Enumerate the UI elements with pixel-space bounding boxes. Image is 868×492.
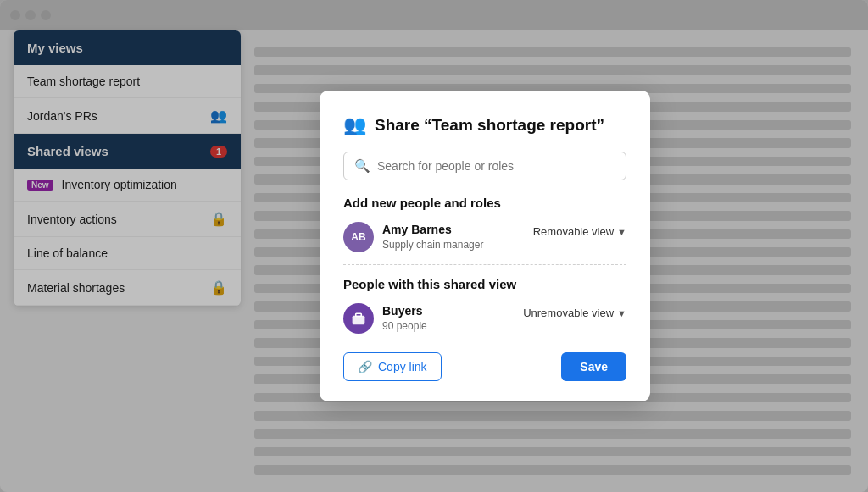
search-bar[interactable]: 🔍: [343, 152, 626, 180]
group-count: 90 people: [382, 320, 427, 332]
group-avatar: [343, 303, 374, 334]
share-modal: 👥 Share “Team shortage report” 🔍 Add new…: [320, 91, 650, 401]
modal-overlay: 👥 Share “Team shortage report” 🔍 Add new…: [0, 0, 868, 492]
person-name: Amy Barnes: [382, 222, 483, 237]
search-icon: 🔍: [354, 158, 370, 174]
save-button[interactable]: Save: [561, 352, 626, 381]
people-section-label: People with this shared view: [343, 277, 626, 291]
chevron-down-icon: ▼: [617, 227, 626, 237]
modal-footer: 🔗 Copy link Save: [343, 352, 626, 381]
share-icon: 👥: [343, 114, 366, 136]
add-people-label: Add new people and roles: [343, 196, 626, 210]
copy-link-button[interactable]: 🔗 Copy link: [343, 352, 442, 381]
divider: [343, 264, 626, 265]
search-input[interactable]: [377, 159, 615, 173]
avatar: AB: [343, 222, 374, 252]
person-role: Supply chain manager: [382, 239, 483, 251]
unremovable-view-select[interactable]: Unremovable view ▼: [523, 307, 626, 319]
person-row-amy-barnes: AB Amy Barnes Supply chain manager Remov…: [343, 222, 626, 252]
removable-view-select[interactable]: Removable view ▼: [533, 225, 626, 238]
svg-rect-1: [356, 313, 362, 316]
link-icon: 🔗: [358, 360, 372, 373]
person-row-buyers: Buyers 90 people Unremovable view ▼: [343, 303, 626, 334]
modal-title: 👥 Share “Team shortage report”: [343, 114, 626, 136]
chevron-down-icon: ▼: [617, 308, 626, 318]
group-name: Buyers: [382, 303, 427, 318]
